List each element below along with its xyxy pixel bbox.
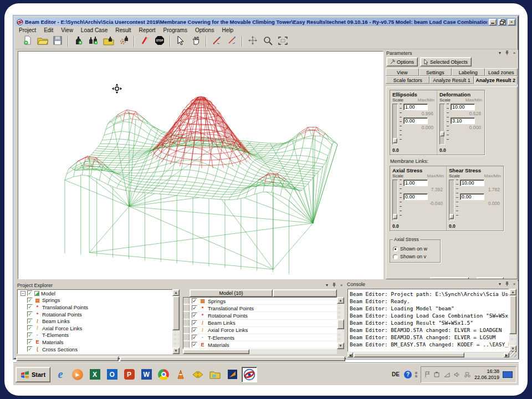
tab-view[interactable]: View xyxy=(386,68,419,76)
stop-button[interactable]: STOP xyxy=(153,35,166,48)
offset-value-input[interactable]: 0.00 xyxy=(403,193,428,200)
save-model-button[interactable] xyxy=(51,35,64,48)
close-panel-icon[interactable]: × xyxy=(339,283,344,288)
pin-icon[interactable] xyxy=(504,282,510,288)
checkbox-checked[interactable]: ✓ xyxy=(27,339,33,345)
collapse-icon[interactable]: − xyxy=(21,291,25,296)
checkbox-checked[interactable]: ✓ xyxy=(192,305,197,311)
checkbox-checked[interactable]: ✓ xyxy=(27,290,33,296)
minimize-button[interactable] xyxy=(489,19,497,25)
tray-clock[interactable]: 16:38 22.06.2019 xyxy=(474,369,499,381)
taskbar-icon-file-manager[interactable] xyxy=(207,367,223,382)
menu-item-edit[interactable]: Edit xyxy=(44,27,53,33)
menu-item-result[interactable]: Result xyxy=(115,27,131,33)
start-button[interactable]: Start xyxy=(16,367,50,382)
menu-item-load-case[interactable]: Load Case xyxy=(81,27,108,33)
panel-menu-icon[interactable]: ▾ xyxy=(497,51,503,55)
draw-link-button[interactable] xyxy=(225,35,238,48)
parameters-caption[interactable]: Parameters ▾ × xyxy=(385,50,518,57)
checkbox-checked[interactable]: ✓ xyxy=(27,319,33,324)
flag-tray-icon[interactable] xyxy=(424,371,431,378)
checkbox-checked[interactable]: ✓ xyxy=(192,313,197,318)
scroll-up-icon[interactable]: ▲ xyxy=(337,297,344,304)
tab-labeling[interactable]: Labeling xyxy=(452,68,485,76)
zoom-button[interactable] xyxy=(261,35,274,48)
model-row-beam-links[interactable]: ✓/Beam Links xyxy=(183,320,336,327)
scale-value-input[interactable]: 1.00 xyxy=(403,180,428,186)
taskbar-icon-viewer[interactable] xyxy=(224,367,240,382)
calculate-button[interactable] xyxy=(138,35,151,48)
taskbar-icon-powerpoint[interactable]: P xyxy=(121,367,137,382)
checkbox-checked[interactable]: ✓ xyxy=(192,298,197,304)
taskbar-icon-beam-editor[interactable] xyxy=(242,367,257,382)
select-cursor-button[interactable] xyxy=(174,35,187,48)
tree-item-angles[interactable]: ✓◢Angles xyxy=(18,352,179,354)
restore-button[interactable] xyxy=(498,19,506,25)
menu-item-report[interactable]: Report xyxy=(139,27,156,33)
model-row-materials[interactable]: ✓EMaterials xyxy=(183,341,336,349)
tree-item-cross-sections[interactable]: ✓(Cross Sections xyxy=(18,346,179,353)
tree-item-materials[interactable]: ✓EMaterials xyxy=(18,339,179,346)
checkbox-checked[interactable]: ✓ xyxy=(192,320,197,326)
close-panel-icon[interactable]: × xyxy=(511,51,517,55)
explorer-scrollbar[interactable]: ▲ ▼ xyxy=(172,289,180,354)
taskbar-icon-excel[interactable]: X xyxy=(87,367,103,382)
checkbox-checked[interactable]: ✓ xyxy=(192,335,197,340)
tab-analyze-result-2[interactable]: Analyze Result 2 xyxy=(474,76,518,85)
scale-slider[interactable] xyxy=(392,104,398,145)
scale-value-input[interactable]: 10.00 xyxy=(451,104,475,110)
fit-view-button[interactable] xyxy=(276,35,289,48)
resize-grip[interactable] xyxy=(510,350,516,357)
panel-menu-icon[interactable]: ▾ xyxy=(324,283,330,288)
offset-value-input[interactable]: 0.00 xyxy=(460,193,484,200)
checkbox-checked[interactable]: ✓ xyxy=(27,298,33,303)
menu-item-view[interactable]: View xyxy=(61,27,73,33)
tree-item-springs[interactable]: ✓▤Springs xyxy=(18,297,179,304)
scroll-down-icon[interactable]: ▼ xyxy=(337,342,344,349)
3d-viewport[interactable] xyxy=(18,51,383,279)
radio-shown-on-v[interactable]: Shown on v xyxy=(393,254,438,259)
model-hscrollbar[interactable] xyxy=(183,349,337,354)
radio-button[interactable] xyxy=(393,247,398,252)
tab-settings[interactable]: Settings xyxy=(419,68,452,76)
scale-value-input[interactable]: 1.00 xyxy=(403,104,428,110)
taskbar-icon-internet-explorer[interactable]: e xyxy=(53,367,68,382)
add-load-case-button[interactable] xyxy=(72,35,85,48)
tree-item-model[interactable]: −✓Model xyxy=(18,290,179,297)
model-row-springs[interactable]: ✓▤Springs xyxy=(183,298,336,305)
checkbox-checked[interactable]: ✓ xyxy=(192,328,197,333)
titlebar[interactable]: Beam Editor - E:\Synch\Archiv\Scia Userc… xyxy=(16,18,516,26)
menu-item-options[interactable]: Options xyxy=(195,27,214,33)
close-panel-icon[interactable]: × xyxy=(511,282,517,287)
scale-slider[interactable] xyxy=(392,180,398,221)
tree-item-translational-points[interactable]: ✓*Translational Points xyxy=(18,304,179,311)
help-button[interactable]: Help xyxy=(477,277,504,279)
console-log[interactable]: Beam Editor: Project path: E:\Synch\Arch… xyxy=(347,289,509,352)
close-button[interactable]: × xyxy=(508,19,515,25)
tree-item-t-elements[interactable]: ✓·T-Elements xyxy=(18,332,179,339)
radio-shown-on-w[interactable]: Shown on w xyxy=(393,246,438,252)
checkbox-checked[interactable]: ✓ xyxy=(27,311,33,317)
model-row-translational-points[interactable]: ✓*Translational Points xyxy=(183,305,336,312)
tab-analyze-result-1[interactable]: Analyze Result 1 xyxy=(429,76,473,84)
console-scrollbar[interactable]: ▲ ▼ xyxy=(509,289,516,352)
pin-icon[interactable] xyxy=(331,283,337,289)
hearts-tray-icon[interactable] xyxy=(464,371,471,378)
pick-hand-button[interactable] xyxy=(189,35,202,48)
scroll-right-icon[interactable]: ▶ xyxy=(504,352,509,357)
open-model-button[interactable] xyxy=(36,35,49,48)
tab-load-zones[interactable]: Load zones xyxy=(485,68,518,76)
volume-tray-icon[interactable] xyxy=(454,371,461,378)
menu-item-help[interactable]: Help xyxy=(222,27,233,33)
new-model-button[interactable] xyxy=(21,35,34,48)
checkbox-checked[interactable]: ✓ xyxy=(27,304,33,310)
checkbox-checked[interactable]: ✓ xyxy=(27,346,33,352)
project-explorer-caption[interactable]: Project Explorer xyxy=(16,282,181,289)
tree-item-axial-force-links[interactable]: ✓/Axial Force Links xyxy=(18,325,179,332)
taskbar-icon-outlook[interactable]: O xyxy=(104,367,120,382)
taskbar-icon-media-player[interactable]: ▶ xyxy=(70,367,85,382)
battery-tray-icon[interactable] xyxy=(434,371,441,378)
taskbar-icon-chrome[interactable] xyxy=(156,367,171,382)
draw-beam-button[interactable] xyxy=(210,35,223,48)
pin-icon[interactable] xyxy=(504,50,510,57)
